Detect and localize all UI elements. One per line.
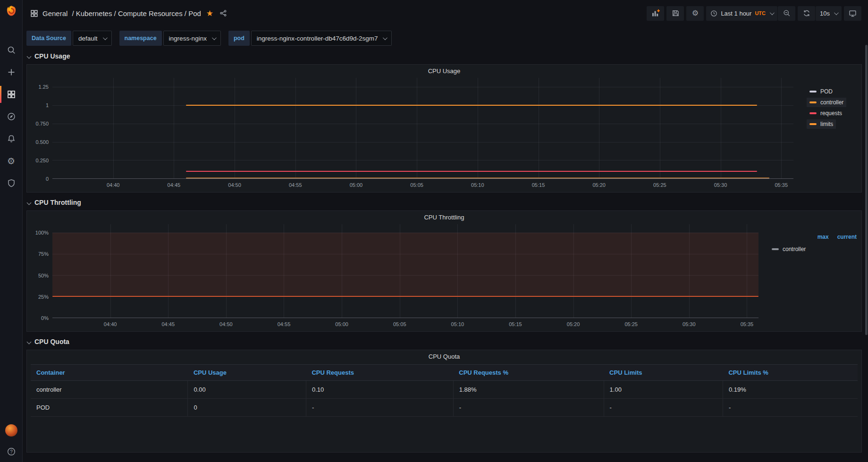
x-axis-tick-label: 04:50: [219, 321, 233, 327]
datasource-dropdown[interactable]: default: [73, 31, 112, 46]
x-axis-tick-label: 04:45: [161, 321, 175, 327]
share-icon[interactable]: [219, 9, 227, 17]
column-header[interactable]: Container: [31, 365, 188, 381]
gridline: [52, 142, 793, 143]
y-axis-tick-label: 50%: [38, 273, 49, 278]
chevron-down-icon: [27, 339, 32, 344]
table-cell: POD: [31, 399, 188, 417]
namespace-dropdown[interactable]: ingress-nginx: [163, 31, 221, 46]
sidebar-item-help[interactable]: ?: [7, 447, 16, 456]
breadcrumb-root[interactable]: General: [42, 9, 67, 17]
panel-title[interactable]: CPU Quota: [27, 350, 861, 363]
chevron-down-icon: [27, 54, 32, 59]
dashboard-settings-button[interactable]: ⚙: [686, 6, 704, 21]
star-icon[interactable]: ★: [206, 9, 213, 17]
sidebar-item-create[interactable]: [0, 63, 22, 82]
legend-marker: [809, 123, 817, 125]
datasource-value: default: [78, 35, 98, 42]
refresh-interval-dropdown[interactable]: 10s: [816, 6, 842, 21]
gridline: [52, 160, 793, 160]
legend-item[interactable]: controller: [772, 246, 857, 252]
row-cpu-quota[interactable]: CPU Quota: [27, 336, 862, 347]
row-title: CPU Quota: [34, 338, 69, 345]
column-header[interactable]: CPU Requests: [306, 365, 453, 381]
series-fill: [52, 233, 758, 296]
refresh-icon: [803, 9, 810, 17]
x-axis-tick-label: 04:55: [289, 182, 302, 188]
grafana-logo-icon: [5, 5, 18, 18]
x-axis-tick-label: 05:30: [714, 182, 727, 188]
cycle-view-button[interactable]: [844, 6, 861, 21]
legend-label: requests: [820, 110, 842, 117]
panel-title[interactable]: CPU Usage: [27, 65, 861, 78]
refresh-button[interactable]: [798, 6, 815, 21]
page-scrollbar[interactable]: [865, 45, 868, 335]
chevron-down-icon: [212, 35, 217, 40]
legend-item[interactable]: limits: [807, 119, 836, 129]
grafana-app: ⚙ ?: [0, 0, 868, 462]
legend-item[interactable]: controller: [807, 98, 846, 107]
monitor-icon: [849, 9, 857, 17]
breadcrumb-path[interactable]: / Kubernetes / Compute Resources / Pod: [72, 9, 201, 17]
grafana-logo[interactable]: [4, 4, 19, 19]
y-axis-tick-label: 0.250: [35, 158, 49, 163]
row-cpu-usage[interactable]: CPU Usage: [27, 51, 862, 61]
save-icon: [672, 9, 679, 17]
shield-icon: [7, 178, 16, 188]
column-header[interactable]: CPU Limits: [604, 365, 723, 381]
zoom-out-button[interactable]: [778, 6, 795, 21]
gridline: [113, 78, 114, 178]
refresh-interval-value: 10s: [820, 10, 830, 17]
gridline: [295, 78, 296, 178]
legend-marker: [809, 91, 817, 92]
sidebar-item-dashboards[interactable]: [0, 85, 22, 104]
x-axis-tick-label: 04:40: [107, 182, 120, 188]
bell-icon: [7, 134, 16, 143]
sidebar-item-alerting[interactable]: [0, 129, 22, 148]
variable-datasource: Data Source default: [26, 31, 112, 46]
legend-label: POD: [820, 88, 833, 95]
column-header[interactable]: CPU Usage: [188, 365, 306, 381]
x-axis-tick-label: 05:25: [624, 321, 638, 327]
x-axis-tick-label: 05:00: [335, 321, 348, 327]
x-axis-tick-label: 05:10: [451, 321, 464, 327]
x-axis-tick-label: 04:40: [104, 321, 117, 327]
plot-area: 04:4004:4504:5004:5505:0005:0505:1005:15…: [52, 224, 758, 329]
add-panel-button[interactable]: [647, 6, 664, 21]
user-avatar[interactable]: [5, 424, 17, 437]
cpu-quota-table: ContainerCPU UsageCPU RequestsCPU Reques…: [31, 364, 858, 417]
legend-column[interactable]: max: [817, 234, 829, 240]
search-icon: [7, 45, 16, 55]
sidebar-item-search[interactable]: [0, 41, 22, 59]
compass-icon: [7, 112, 16, 121]
column-header[interactable]: CPU Requests %: [453, 365, 604, 381]
pod-dropdown[interactable]: ingress-nginx-controller-db47c6d9d-2sgm7: [251, 31, 392, 46]
row-cpu-throttling[interactable]: CPU Throttling: [27, 197, 862, 208]
save-dashboard-button[interactable]: [666, 6, 684, 21]
time-range-picker[interactable]: Last 1 hour UTC: [706, 6, 777, 21]
legend-label: controller: [783, 246, 806, 252]
legend-item[interactable]: POD: [807, 87, 835, 96]
time-controls: Last 1 hour UTC: [706, 6, 795, 21]
sidebar-item-server-admin[interactable]: [0, 174, 22, 193]
legend-label: limits: [820, 121, 833, 127]
column-header[interactable]: CPU Limits %: [723, 365, 858, 381]
panel-title[interactable]: CPU Throttling: [27, 211, 861, 224]
series-line: [186, 177, 769, 178]
series-line: [186, 105, 757, 106]
variable-namespace: namespace ingress-nginx: [119, 31, 221, 46]
x-axis-tick-label: 05:20: [567, 321, 580, 327]
x-axis-tick-label: 04:45: [168, 182, 181, 188]
x-axis-tick-label: 05:15: [509, 321, 522, 327]
sidebar-item-configuration[interactable]: ⚙: [0, 151, 22, 170]
y-axis-tick-label: 0%: [41, 315, 49, 321]
y-axis-tick-label: 1.25: [39, 84, 49, 90]
variable-label: namespace: [119, 31, 162, 46]
legend-column[interactable]: current: [837, 234, 857, 240]
sidebar-item-explore[interactable]: [0, 107, 22, 126]
y-axis-tick-label: 75%: [38, 251, 49, 257]
gridline: [52, 87, 793, 87]
breadcrumb: General / Kubernetes / Compute Resources…: [30, 9, 227, 17]
dashboard-grid-icon: [30, 9, 38, 17]
legend-item[interactable]: requests: [807, 109, 845, 118]
